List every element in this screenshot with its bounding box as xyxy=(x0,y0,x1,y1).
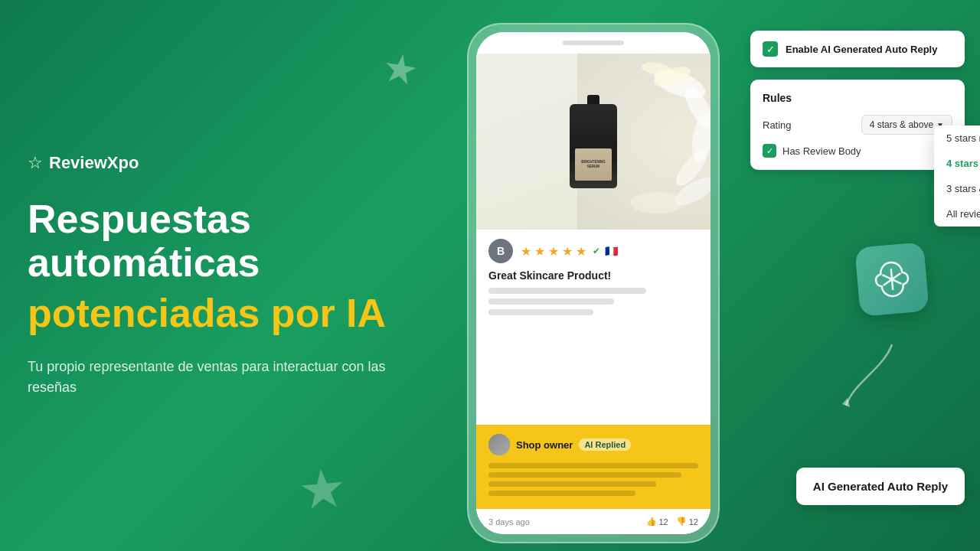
star-5-icon: ★ xyxy=(576,244,586,259)
reply-section: Shop owner AI Replied xyxy=(476,425,710,509)
rules-title: Rules xyxy=(763,92,952,104)
dropdown-item-5stars[interactable]: 5 stars reviews xyxy=(934,126,980,151)
product-image: BRIGHTENING SERUM xyxy=(476,54,710,230)
review-line-1 xyxy=(488,288,646,294)
ai-replied-badge: AI Replied xyxy=(579,439,631,451)
shop-owner-avatar xyxy=(488,434,510,455)
ai-reply-button-label: AI Generated Auto Reply xyxy=(813,480,948,493)
time-ago: 3 days ago xyxy=(488,517,530,527)
reply-line-3 xyxy=(488,481,656,487)
review-line-2 xyxy=(488,298,614,305)
curved-arrow-svg xyxy=(838,337,907,413)
shop-owner-label: Shop owner xyxy=(516,439,573,451)
shop-avatar-inner xyxy=(488,434,510,455)
right-panel: ✓ Enable AI Generated Auto Reply Rules R… xyxy=(750,31,965,170)
phone-notch xyxy=(476,32,710,54)
ai-logo-box xyxy=(854,242,929,317)
enable-ai-label: Enable AI Generated Auto Reply xyxy=(786,44,937,55)
review-section: B ★ ★ ★ ★ ★ ✔ 🇫🇷 Great S xyxy=(476,230,710,425)
product-bottle: BRIGHTENING SERUM xyxy=(570,104,617,188)
has-review-row: ✓ Has Review Body xyxy=(763,144,952,158)
likes-count: 12 xyxy=(659,517,668,527)
phone-inner: BRIGHTENING SERUM B ★ ★ ★ xyxy=(476,32,710,534)
phone-notch-bar xyxy=(563,41,624,45)
headline-line1: Respuestas xyxy=(28,197,251,241)
reviewer-initial: B xyxy=(497,245,505,257)
phone-outer: BRIGHTENING SERUM B ★ ★ ★ xyxy=(467,23,720,543)
reply-header: Shop owner AI Replied xyxy=(488,434,698,455)
headline-line2: automáticas xyxy=(28,240,260,285)
has-review-checkbox[interactable]: ✓ xyxy=(763,144,776,158)
rating-label: Rating xyxy=(763,119,792,131)
dropdown-item-4stars[interactable]: 4 stars & above xyxy=(934,151,980,176)
headline: Respuestas automáticas xyxy=(28,197,456,285)
star-4-icon: ★ xyxy=(562,244,573,259)
deco-star-bottom-icon: ★ xyxy=(296,455,350,522)
logo: ☆ ReviewXpo xyxy=(28,153,456,173)
review-line-3 xyxy=(488,309,593,315)
has-review-label: Has Review Body xyxy=(782,145,861,157)
stars-and-flags: ★ ★ ★ ★ ★ ✔ 🇫🇷 xyxy=(521,244,618,259)
reply-line-4 xyxy=(488,491,635,496)
rating-value: 4 stars & above xyxy=(870,119,933,130)
vote-group: 👍 12 👎 12 xyxy=(646,517,699,527)
dropdown-item-all[interactable]: All reviews xyxy=(934,201,980,227)
stars-row: ★ ★ ★ ★ ★ ✔ 🇫🇷 xyxy=(521,244,618,259)
svg-point-7 xyxy=(630,192,684,214)
reply-line-1 xyxy=(488,463,698,468)
phone-mockup: BRIGHTENING SERUM B ★ ★ ★ xyxy=(467,23,720,543)
star-3-icon: ★ xyxy=(548,244,559,259)
reviewer-row: B ★ ★ ★ ★ ★ ✔ 🇫🇷 xyxy=(488,239,698,263)
verified-icon: ✔ xyxy=(593,246,600,256)
reviewer-avatar: B xyxy=(488,239,513,263)
bottle-label-text: BRIGHTENING SERUM xyxy=(575,160,612,169)
star-1-icon: ★ xyxy=(521,244,531,259)
openai-icon xyxy=(871,258,913,301)
star-2-icon: ★ xyxy=(534,244,545,259)
rating-dropdown-menu: 5 stars reviews 4 stars & above 3 stars … xyxy=(934,126,980,227)
logo-star-icon: ☆ xyxy=(28,153,43,173)
rating-row: Rating 4 stars & above ▼ xyxy=(763,115,952,135)
logo-name: ReviewXpo xyxy=(49,153,139,173)
subtext: Tu propio representante de ventas para i… xyxy=(28,357,395,398)
dropdown-item-3stars[interactable]: 3 stars & above xyxy=(934,176,980,201)
ai-generated-auto-reply-button[interactable]: AI Generated Auto Reply xyxy=(796,468,965,505)
review-title: Great Skincare Product! xyxy=(488,269,698,282)
thumbs-down-icon: 👎 xyxy=(676,517,687,527)
headline-line3: potenciadas por IA xyxy=(28,292,456,335)
rules-panel: Rules Rating 4 stars & above ▼ ✓ Has Rev… xyxy=(750,80,965,170)
reply-line-2 xyxy=(488,472,681,478)
enable-ai-checkbox[interactable]: ✓ xyxy=(763,41,778,57)
ai-logo-container xyxy=(858,245,934,321)
thumbs-up-icon: 👍 xyxy=(646,517,657,527)
phone-footer: 3 days ago 👍 12 👎 12 xyxy=(476,509,710,534)
likes-item: 👍 12 xyxy=(646,517,668,527)
flag-icon: 🇫🇷 xyxy=(605,245,618,257)
enable-ai-box[interactable]: ✓ Enable AI Generated Auto Reply xyxy=(750,31,965,67)
bottle-label: BRIGHTENING SERUM xyxy=(575,148,612,181)
dislikes-item: 👎 12 xyxy=(676,517,698,527)
dislikes-count: 12 xyxy=(689,517,698,527)
